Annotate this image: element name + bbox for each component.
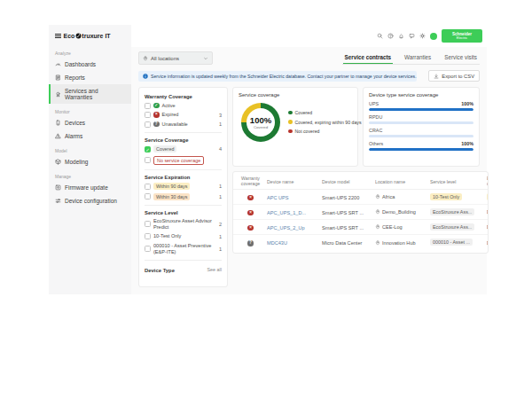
user-avatar[interactable] xyxy=(430,33,437,40)
status-unavailable-icon: ? xyxy=(153,121,160,128)
filter-option-covered[interactable]: ✓Covered 4 xyxy=(145,145,222,153)
filter-group-title: Service Coverage xyxy=(145,137,222,143)
bar-category: CRAC xyxy=(369,128,382,133)
location-name: CEE-Log xyxy=(382,224,403,230)
checkbox[interactable] xyxy=(145,246,151,252)
filter-option-active[interactable]: ✓ Active xyxy=(145,103,222,109)
sidebar-item-reports[interactable]: Reports xyxy=(49,71,131,84)
sidebar-item-services-and-warranties[interactable]: Services and Warranties xyxy=(49,84,131,104)
table-row-apc-ups-2-up[interactable]: × APC_UPS_2_Up Smart-UPS SRT ... CEE-Log… xyxy=(233,220,488,235)
column-header-location-name[interactable]: Location name xyxy=(375,179,430,184)
sidebar-item-label: Modeling xyxy=(65,159,88,165)
checkbox[interactable] xyxy=(145,103,151,109)
sidebar-item-alarms[interactable]: Alarms xyxy=(49,129,131,143)
sidebar-item-modeling[interactable]: Modeling xyxy=(49,155,131,168)
divider xyxy=(145,260,222,261)
expiration-date: Dec 31, 20... xyxy=(487,240,489,246)
legend-item-not-covered: Not covered xyxy=(288,129,361,134)
divider xyxy=(145,205,222,206)
filter-group-device-type: Device Type See all xyxy=(145,265,222,275)
hamburger-menu-icon[interactable] xyxy=(55,34,61,39)
right-column: Service coverage 100% Covered xyxy=(232,87,480,254)
column-header-device-name[interactable]: Device name xyxy=(267,179,322,184)
bell-icon[interactable] xyxy=(398,33,404,39)
sidebar-item-firmware-update[interactable]: Firmware update xyxy=(49,181,131,194)
sidebar-item-devices[interactable]: Devices xyxy=(49,116,131,129)
legend-dot xyxy=(288,129,293,134)
sidebar-item-label: Device configuration xyxy=(65,198,117,204)
see-all-link[interactable]: See all xyxy=(207,267,222,272)
bar-row-ups: UPS 100% xyxy=(369,101,473,111)
toolbar-row: All locations Service contractsWarrantie… xyxy=(138,50,480,65)
bar-track xyxy=(369,135,473,137)
location-name: Innovation Hub xyxy=(382,240,416,246)
gear-icon[interactable] xyxy=(419,33,426,39)
device-name-link[interactable]: MDC43U xyxy=(267,240,287,246)
warranty-expired-icon: × xyxy=(247,195,254,201)
sidebar-item-label: Alarms xyxy=(65,133,82,139)
sidebar-item-label: Firmware update xyxy=(65,184,108,191)
service-coverage-card: Service coverage 100% Covered xyxy=(232,87,358,167)
checkbox[interactable] xyxy=(145,121,151,128)
filter-option-label: 10-Test Only xyxy=(153,233,181,239)
filter-option-ecostruxure-asset-advisor-predict[interactable]: EcoStruxure Asset Advisor Predict 2 xyxy=(145,218,222,231)
expiration-date: Dec 31, 20... xyxy=(487,224,489,230)
column-header-service-level[interactable]: Service level xyxy=(430,179,487,184)
checkbox[interactable] xyxy=(145,184,151,190)
filter-option-no-service-coverage[interactable]: No service coverage xyxy=(145,156,222,165)
checkbox[interactable] xyxy=(145,193,151,200)
device-type-coverage-title: Device type service coverage xyxy=(369,92,473,98)
device-name-link[interactable]: APC_UPS_1_D... xyxy=(267,210,306,215)
location-filter-select[interactable]: All locations xyxy=(138,51,213,65)
filter-option-expired[interactable]: × Expired 3 xyxy=(145,112,222,118)
export-csv-button[interactable]: Export to CSV xyxy=(428,70,480,82)
divider xyxy=(145,169,222,170)
device-name-link[interactable]: APC UPS xyxy=(267,195,289,200)
checkbox[interactable]: ✓ xyxy=(145,146,151,153)
table-row-mdc43u[interactable]: ? MDC43U Micro Data Center Innovation Hu… xyxy=(233,235,488,250)
donut-center: 100% Covered xyxy=(246,108,275,137)
feedback-icon[interactable] xyxy=(409,33,415,39)
filter-option-within-90-days[interactable]: Within 90 days 1 xyxy=(145,183,222,190)
device-type-coverage-card: Device type service coverage UPS 100% RP… xyxy=(363,87,480,167)
legend-dot xyxy=(288,111,293,115)
checkbox[interactable] xyxy=(145,221,151,227)
column-header-warranty-coverage[interactable]: Warranty coverage xyxy=(237,176,267,187)
logo-row: Eco truxure IT xyxy=(49,25,131,45)
search-icon[interactable] xyxy=(377,33,383,39)
reports-icon xyxy=(55,74,61,81)
export-label: Export to CSV xyxy=(442,74,474,79)
tab-service-visits[interactable]: Service visits xyxy=(442,51,479,64)
sidebar-item-dashboards[interactable]: Dashboards xyxy=(49,58,131,71)
location-pin-icon xyxy=(375,194,380,200)
bar-value: 100% xyxy=(461,101,473,106)
chevron-down-icon xyxy=(203,56,208,61)
sidebar-item-device-configuration[interactable]: Device configuration xyxy=(49,194,131,207)
donut-center-label: Covered xyxy=(254,125,268,129)
device-name-link[interactable]: APC_UPS_2_Up xyxy=(267,225,305,231)
filter-option-label: 000010 - Asset Preventive (E&P-ITE) xyxy=(153,243,216,255)
checkbox[interactable] xyxy=(145,112,151,118)
checkbox[interactable] xyxy=(145,157,151,163)
filter-option-000010-asset-preventive-e-p-ite[interactable]: 000010 - Asset Preventive (E&P-ITE) 1 xyxy=(145,243,222,255)
tab-warranties[interactable]: Warranties xyxy=(403,51,433,64)
tab-service-contracts[interactable]: Service contracts xyxy=(343,51,394,64)
help-icon[interactable] xyxy=(387,33,394,39)
table-row-apc-ups-1-d[interactable]: × APC_UPS_1_D... Smart-UPS SRT ... Demo_… xyxy=(233,205,488,220)
filter-option-label: Expired xyxy=(162,112,179,118)
legend-label: Covered, expiring within 90 days xyxy=(295,120,362,125)
filter-option-within-30-days[interactable]: Within 30 days 1 xyxy=(145,193,222,200)
filter-option-10-test-only[interactable]: 10-Test Only 1 xyxy=(145,233,222,239)
legend-dot xyxy=(288,120,293,124)
table-row-apc-ups[interactable]: × APC UPS Smart-UPS 2200 Africa 10-Test … xyxy=(233,190,488,205)
column-header-device-model[interactable]: Device model xyxy=(322,179,375,184)
checkbox[interactable] xyxy=(145,233,151,239)
info-icon xyxy=(143,74,148,79)
devices-icon xyxy=(55,120,61,126)
content-columns: Warranty Coverage✓ Active × Expired 3? U… xyxy=(138,87,480,287)
status-active-icon: ✓ xyxy=(153,103,160,109)
filter-option-unavailable[interactable]: ? Unavailable 1 xyxy=(145,121,222,128)
filter-option-badge: No service coverage xyxy=(153,156,204,165)
column-header-expiration-date[interactable]: Expiration date xyxy=(487,176,489,187)
filter-option-label: Active xyxy=(162,103,176,109)
